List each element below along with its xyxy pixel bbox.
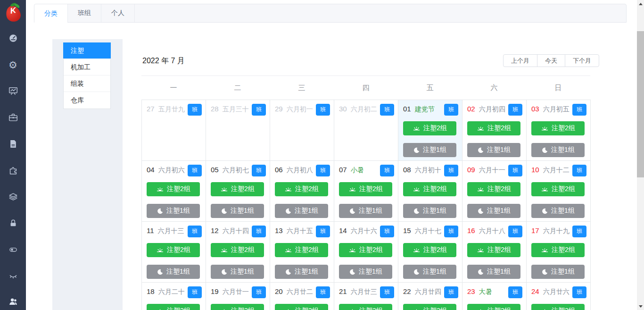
calendar-cell[interactable]: 24六月廿六班注塑2组注塑1组 (527, 283, 591, 310)
shift-badge[interactable]: 班 (188, 104, 202, 116)
app-logo[interactable]: K (4, 1, 23, 23)
night-shift-button[interactable]: 注塑1组 (147, 204, 200, 218)
night-shift-button[interactable]: 注塑1组 (211, 265, 264, 279)
settings-icon[interactable]: ⚙ (0, 59, 26, 71)
scrollbar-thumb[interactable] (637, 31, 644, 177)
day-shift-button[interactable]: 注塑2组 (531, 182, 585, 196)
calendar-cell[interactable]: 08六月初十班注塑2组注塑1组 (398, 161, 462, 222)
day-shift-button[interactable]: 注塑2组 (531, 121, 585, 135)
day-shift-button[interactable]: 注塑2组 (147, 243, 200, 257)
shift-badge[interactable]: 班 (252, 226, 266, 237)
shift-badge[interactable]: 班 (380, 226, 394, 237)
toggle-icon[interactable] (0, 243, 26, 256)
shift-badge[interactable]: 班 (188, 226, 202, 237)
day-shift-button[interactable]: 注塑2组 (211, 243, 264, 257)
shift-badge[interactable]: 班 (188, 286, 202, 298)
shift-badge[interactable]: 班 (252, 165, 266, 176)
day-shift-button[interactable]: 注塑2组 (403, 182, 456, 196)
night-shift-button[interactable]: 注塑1组 (467, 143, 520, 157)
shift-badge[interactable]: 班 (444, 165, 458, 176)
night-shift-button[interactable]: 注塑1组 (339, 265, 392, 279)
shift-badge[interactable]: 班 (572, 226, 586, 237)
category-item-机加工[interactable]: 机加工 (64, 59, 110, 75)
calendar-cell[interactable]: 15六月十七班注塑2组注塑1组 (398, 222, 462, 283)
next-month-button[interactable]: 下个月 (565, 54, 599, 67)
shift-badge[interactable]: 班 (572, 286, 586, 298)
day-shift-button[interactable]: 注塑2组 (339, 182, 392, 196)
calendar-cell[interactable]: 16六月十八班注塑2组注塑1组 (462, 222, 527, 283)
shift-badge[interactable]: 班 (380, 104, 394, 116)
calendar-cell[interactable]: 06六月初八班注塑2组注塑1组 (270, 161, 334, 222)
shift-badge[interactable]: 班 (444, 104, 458, 116)
calendar-cell[interactable]: 22六月廿四班注塑2组注塑1组 (398, 283, 462, 310)
briefcase-icon[interactable] (0, 111, 26, 124)
night-shift-button[interactable]: 注塑1组 (147, 265, 200, 279)
document-icon[interactable] (0, 138, 26, 150)
night-shift-button[interactable]: 注塑1组 (531, 265, 585, 279)
day-shift-button[interactable]: 注塑2组 (275, 182, 328, 196)
shift-badge[interactable]: 班 (508, 286, 522, 298)
vertical-scrollbar[interactable] (637, 0, 644, 310)
day-shift-button[interactable]: 注塑2组 (403, 304, 456, 310)
lock-icon[interactable] (0, 217, 26, 229)
category-item-组装[interactable]: 组装 (64, 75, 110, 92)
shift-badge[interactable]: 班 (572, 165, 586, 176)
users-icon[interactable] (0, 295, 26, 308)
night-shift-button[interactable]: 注塑1组 (275, 265, 328, 279)
day-shift-button[interactable]: 注塑2组 (211, 304, 264, 310)
night-shift-button[interactable]: 注塑1组 (275, 204, 328, 218)
calendar-cell[interactable]: 12六月十四班注塑2组注塑1组 (206, 222, 270, 283)
calendar-cell[interactable]: 29六月初一班 (270, 100, 334, 161)
calendar-cell[interactable]: 13六月十五班注塑2组注塑1组 (270, 222, 334, 283)
shift-badge[interactable]: 班 (188, 165, 202, 176)
scroll-down-arrow-icon[interactable] (637, 302, 644, 310)
night-shift-button[interactable]: 注塑1组 (531, 143, 585, 157)
calendar-cell[interactable]: 05六月初七班注塑2组注塑1组 (206, 161, 270, 222)
day-shift-button[interactable]: 注塑2组 (467, 304, 520, 310)
calendar-cell[interactable]: 11六月十三班注塑2组注塑1组 (142, 222, 206, 283)
shift-badge[interactable]: 班 (380, 165, 394, 176)
shift-badge[interactable]: 班 (508, 165, 522, 176)
shift-badge[interactable]: 班 (444, 286, 458, 298)
calendar-cell[interactable]: 20六月廿二班注塑2组注塑1组 (270, 283, 334, 310)
shift-badge[interactable]: 班 (252, 286, 266, 298)
shift-badge[interactable]: 班 (316, 165, 330, 176)
category-item-仓库[interactable]: 仓库 (64, 92, 110, 109)
shift-badge[interactable]: 班 (572, 104, 586, 116)
night-shift-button[interactable]: 注塑1组 (403, 204, 456, 218)
today-button[interactable]: 今天 (537, 54, 565, 67)
shift-badge[interactable]: 班 (444, 226, 458, 237)
tab-分类[interactable]: 分类 (34, 4, 68, 23)
day-shift-button[interactable]: 注塑2组 (467, 121, 520, 135)
night-shift-button[interactable]: 注塑1组 (467, 204, 520, 218)
calendar-cell[interactable]: 18六月二十班注塑2组注塑1组 (142, 283, 206, 310)
calendar-cell[interactable]: 30六月初二班 (334, 100, 398, 161)
day-shift-button[interactable]: 注塑2组 (467, 182, 520, 196)
prev-month-button[interactable]: 上个月 (503, 54, 537, 67)
night-shift-button[interactable]: 注塑1组 (211, 204, 264, 218)
day-shift-button[interactable]: 注塑2组 (339, 243, 392, 257)
day-shift-button[interactable]: 注塑2组 (403, 243, 456, 257)
shift-badge[interactable]: 班 (316, 286, 330, 298)
calendar-cell[interactable]: 07小暑班注塑2组注塑1组 (334, 161, 398, 222)
night-shift-button[interactable]: 注塑1组 (403, 265, 456, 279)
day-shift-button[interactable]: 注塑2组 (211, 182, 264, 196)
calendar-cell[interactable]: 23大暑班注塑2组注塑1组 (462, 283, 527, 310)
category-item-注塑[interactable]: 注塑 (63, 42, 111, 59)
calendar-cell[interactable]: 04六月初六班注塑2组注塑1组 (142, 161, 206, 222)
day-shift-button[interactable]: 注塑2组 (275, 304, 328, 310)
day-shift-button[interactable]: 注塑2组 (147, 182, 200, 196)
day-shift-button[interactable]: 注塑2组 (467, 243, 520, 257)
presentation-icon[interactable] (0, 85, 26, 97)
shift-badge[interactable]: 班 (508, 104, 522, 116)
calendar-cell[interactable]: 17六月十九班注塑2组注塑1组 (527, 222, 591, 283)
calendar-cell[interactable]: 09六月十一班注塑2组注塑1组 (462, 161, 527, 222)
night-shift-button[interactable]: 注塑1组 (467, 265, 520, 279)
calendar-cell[interactable]: 27五月廿九班 (142, 100, 206, 161)
calendar-cell[interactable]: 28五月三十班 (206, 100, 270, 161)
shift-badge[interactable]: 班 (316, 104, 330, 116)
calendar-cell[interactable]: 19六月廿一班注塑2组注塑1组 (206, 283, 270, 310)
calendar-cell[interactable]: 01建党节班注塑2组注塑1组 (398, 100, 462, 161)
day-shift-button[interactable]: 注塑2组 (339, 304, 392, 310)
day-shift-button[interactable]: 注塑2组 (403, 121, 456, 135)
